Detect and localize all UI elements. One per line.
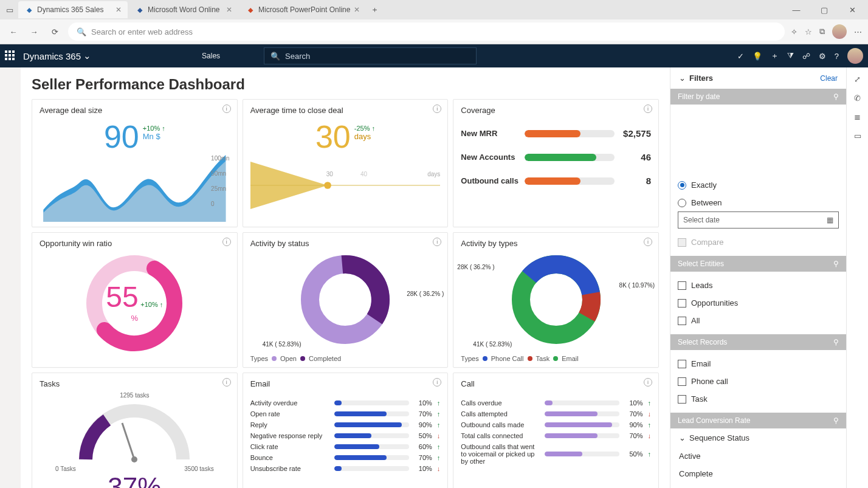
chevron-down-icon[interactable]: ⌄	[679, 74, 686, 83]
left-rail	[0, 67, 21, 488]
user-avatar[interactable]	[847, 48, 863, 64]
area-label[interactable]: Sales	[202, 52, 220, 60]
product-label: Dynamics 365	[23, 51, 81, 61]
global-search[interactable]: 🔍 Search	[264, 47, 477, 64]
pin-icon[interactable]: ⚲	[833, 92, 839, 101]
checkbox-icon	[678, 238, 686, 247]
coverage-rows: New MRR $2,575New Accounts 46Outbound ca…	[461, 128, 651, 186]
help-icon[interactable]: ?	[835, 52, 839, 61]
browser-tab[interactable]: ◆Microsoft Word Online✕	[129, 1, 238, 18]
close-window-button[interactable]: ✕	[839, 1, 866, 18]
legend-dot-icon	[483, 356, 487, 361]
app-launcher-icon[interactable]	[5, 50, 16, 61]
close-tab-icon[interactable]: ✕	[115, 5, 122, 14]
more-icon[interactable]: ⋯	[854, 27, 862, 36]
sequence-item[interactable]: Complete	[678, 465, 839, 483]
conversion-header[interactable]: Lead Conversion Rate ⚲	[670, 413, 846, 428]
stat-row: Open rate 70%↑	[250, 410, 441, 418]
browser-tab[interactable]: ◆Microsoft PowerPoint Online✕	[239, 1, 366, 18]
forward-button[interactable]: →	[27, 24, 41, 39]
maximize-button[interactable]: ▢	[811, 1, 838, 18]
info-icon[interactable]: i	[644, 238, 652, 246]
back-button[interactable]: ←	[6, 24, 21, 39]
info-icon[interactable]: i	[222, 238, 231, 246]
info-icon[interactable]: i	[222, 105, 231, 113]
right-rail: ⤢ ✆ ≣ ▭	[846, 67, 868, 488]
checkbox-opportunities[interactable]: Opportunities	[678, 294, 839, 312]
pin-icon[interactable]: ⚲	[833, 259, 839, 268]
address-bar[interactable]: 🔍 Search or enter web address	[68, 22, 785, 41]
product-title[interactable]: Dynamics 365 ⌄	[23, 50, 91, 61]
checkbox-label: Email	[691, 359, 711, 368]
coverage-bar	[525, 130, 615, 137]
trend-up-icon: ↑	[647, 399, 651, 407]
info-icon[interactable]: i	[222, 378, 231, 387]
header-actions: ✓ 💡 ＋ ⧩ ☍ ⚙ ?	[737, 48, 863, 64]
records-header[interactable]: Select Records ⚲	[670, 334, 846, 350]
new-tab-button[interactable]: ＋	[367, 2, 382, 17]
pin-icon[interactable]: ⚲	[833, 338, 839, 346]
share-icon[interactable]: ☍	[802, 52, 810, 61]
stat-label: Calls overdue	[461, 399, 540, 407]
checkbox-all[interactable]: All	[678, 312, 839, 329]
window-controls: — ▢ ✕	[783, 1, 866, 18]
stat-value: 10%	[414, 399, 432, 407]
sequence-header[interactable]: ⌄ Sequence Status	[670, 428, 846, 447]
lightbulb-icon[interactable]: 💡	[753, 52, 762, 61]
dynamics-header: Dynamics 365 ⌄ Sales 🔍 Search ✓ 💡 ＋ ⧩ ☍ …	[0, 44, 868, 67]
coverage-label: New Accounts	[461, 153, 518, 162]
tabs-menu-icon[interactable]: ▭	[2, 2, 17, 17]
compare-checkbox[interactable]: Compare	[678, 233, 839, 251]
coverage-row: New MRR $2,575	[461, 128, 651, 139]
tasks-gauge	[74, 399, 195, 466]
radio-between[interactable]: Between	[678, 194, 839, 211]
close-tab-icon[interactable]: ✕	[226, 5, 232, 14]
filter-icon[interactable]: ⧩	[787, 51, 794, 61]
date-input[interactable]: Select date ▦	[678, 211, 839, 229]
sequence-item[interactable]: In Progress	[678, 483, 839, 488]
filters-header: ⌄ Filters Clear	[670, 67, 846, 89]
minimize-button[interactable]: —	[783, 1, 810, 18]
checkbox-task[interactable]: Task	[678, 390, 839, 408]
panel-icon[interactable]: ▭	[854, 131, 861, 140]
activity-types-chart	[505, 248, 608, 351]
stat-label: Total calls connected	[461, 432, 540, 439]
assistant-icon[interactable]: ✓	[737, 52, 744, 61]
expand-icon[interactable]: ⤢	[854, 75, 861, 84]
checkbox-leads[interactable]: Leads	[678, 277, 839, 294]
trend-down-icon: ↓	[647, 410, 651, 418]
list-icon[interactable]: ≣	[854, 112, 861, 122]
stat-value: 10%	[624, 399, 642, 407]
sequence-item[interactable]: Active	[678, 447, 839, 465]
radio-exactly[interactable]: Exactly	[678, 176, 839, 194]
tab-label: Microsoft PowerPoint Online	[258, 5, 350, 14]
stat-label: Open rate	[250, 410, 329, 418]
pin-icon[interactable]: ⚲	[833, 416, 839, 425]
donut-label: 28K ( 36.2% )	[407, 290, 444, 297]
close-tab-icon[interactable]: ✕	[354, 5, 360, 14]
checkbox-phone-call[interactable]: Phone call	[678, 373, 839, 390]
legend-label: Email	[562, 355, 579, 362]
tab-label: Microsoft Word Online	[148, 5, 219, 14]
info-icon[interactable]: i	[644, 378, 652, 387]
info-icon[interactable]: i	[644, 105, 652, 113]
checkbox-email[interactable]: Email	[678, 355, 839, 373]
browser-tab[interactable]: ◆Dynamics 365 Sales✕	[18, 1, 128, 18]
collections-icon[interactable]: ⧉	[819, 27, 825, 36]
filter-by-date-header[interactable]: Filter by date ⚲	[670, 89, 846, 105]
card-title: Activity by status	[250, 239, 441, 248]
refresh-button[interactable]: ⟳	[47, 24, 62, 39]
filter-by-date-body: Exactly Between Select date ▦ Compare	[670, 105, 846, 256]
settings-icon[interactable]: ⚙	[819, 52, 826, 61]
add-icon[interactable]: ＋	[771, 50, 779, 61]
profile-avatar[interactable]	[832, 24, 847, 39]
clear-filters-button[interactable]: Clear	[820, 74, 838, 83]
phone-icon[interactable]: ✆	[854, 94, 861, 103]
stat-label: Activity overdue	[250, 399, 329, 407]
favorites-add-icon[interactable]: ✧	[791, 27, 797, 36]
legend-dot-icon	[528, 356, 532, 361]
stat-value: 10%	[414, 465, 432, 472]
favorites-icon[interactable]: ☆	[805, 27, 812, 36]
entities-header[interactable]: Select Entities ⚲	[670, 256, 846, 272]
card-title: Email	[250, 379, 441, 388]
